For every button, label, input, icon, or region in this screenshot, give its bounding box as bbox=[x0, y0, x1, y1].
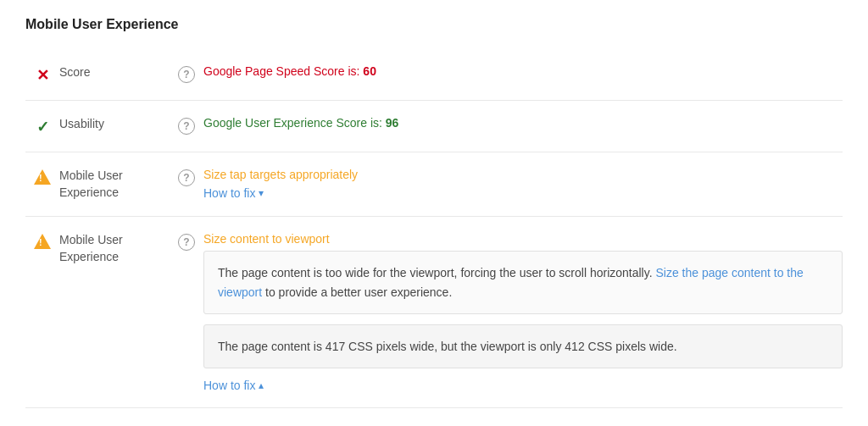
mobile-ux-1-help[interactable]: ? bbox=[170, 168, 203, 186]
how-to-fix-1[interactable]: How to fix ▾ bbox=[203, 186, 264, 200]
score-content: Google Page Speed Score is: 60 bbox=[203, 64, 843, 78]
mobile-ux-2-help[interactable]: ? bbox=[170, 232, 203, 251]
detail-box-1: The page content is too wide for the vie… bbox=[203, 251, 843, 314]
x-icon: ✕ bbox=[25, 64, 59, 85]
mobile-ux-1-label: Mobile User Experience bbox=[59, 168, 170, 201]
score-row: ✕ Score ? Google Page Speed Score is: 60 bbox=[25, 49, 843, 101]
page-title: Mobile User Experience bbox=[25, 17, 843, 32]
help-circle-score[interactable]: ? bbox=[178, 66, 195, 83]
help-circle-mux2[interactable]: ? bbox=[178, 234, 195, 251]
help-circle-mux1[interactable]: ? bbox=[178, 169, 195, 186]
mobile-ux-2-row: Mobile User Experience ? Size content to… bbox=[25, 217, 843, 408]
usability-row: ✓ Usability ? Google User Experience Sco… bbox=[25, 101, 843, 152]
warning-icon-2 bbox=[25, 232, 59, 249]
main-container: Mobile User Experience ✕ Score ? Google … bbox=[0, 0, 868, 425]
mobile-ux-1-row: Mobile User Experience ? Size tap target… bbox=[25, 152, 843, 217]
mobile-ux-1-content: Size tap targets appropriately How to fi… bbox=[203, 168, 843, 200]
how-to-fix-2[interactable]: How to fix ▴ bbox=[203, 379, 264, 392]
help-circle-usability[interactable]: ? bbox=[178, 118, 195, 135]
mobile-ux-2-label: Mobile User Experience bbox=[59, 232, 170, 265]
usability-label: Usability bbox=[59, 116, 170, 133]
detail-box-2: The page content is 417 CSS pixels wide,… bbox=[203, 324, 843, 368]
usability-help[interactable]: ? bbox=[170, 116, 203, 135]
chevron-up-icon: ▴ bbox=[259, 379, 264, 391]
score-label: Score bbox=[59, 64, 170, 81]
check-icon: ✓ bbox=[25, 116, 59, 136]
score-help[interactable]: ? bbox=[170, 64, 203, 83]
usability-text: Google User Experience Score is: 96 bbox=[203, 116, 398, 130]
warning-title-1: Size tap targets appropriately bbox=[203, 168, 843, 181]
score-text: Google Page Speed Score is: 60 bbox=[203, 64, 376, 78]
mobile-ux-2-content: Size content to viewport The page conten… bbox=[203, 232, 843, 392]
chevron-down-icon: ▾ bbox=[259, 187, 264, 199]
warning-icon-1 bbox=[25, 168, 59, 185]
warning-title-2: Size content to viewport bbox=[203, 232, 843, 246]
usability-content: Google User Experience Score is: 96 bbox=[203, 116, 843, 130]
